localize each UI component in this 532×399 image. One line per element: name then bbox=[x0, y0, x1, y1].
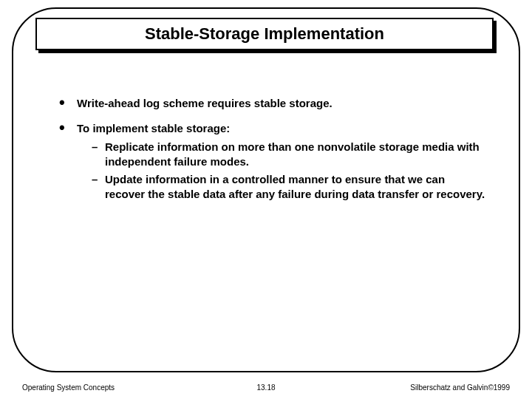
dash-icon: – bbox=[92, 172, 105, 202]
bullet-text: To implement stable storage: bbox=[77, 121, 488, 136]
bullet-dot-icon: • bbox=[59, 96, 77, 111]
dash-icon: – bbox=[92, 140, 105, 170]
bullet-dot-icon: • bbox=[59, 121, 77, 202]
bullet-text: Write-ahead log scheme requires stable s… bbox=[77, 96, 488, 111]
sub-bullet-item: – Replicate information on more than one… bbox=[77, 140, 488, 170]
slide-title: Stable-Storage Implementation bbox=[145, 24, 384, 44]
bullet-group: To implement stable storage: – Replicate… bbox=[77, 121, 488, 202]
sub-bullet-text: Replicate information on more than one n… bbox=[105, 140, 488, 170]
footer: Operating System Concepts 13.18 Silbersc… bbox=[22, 383, 510, 392]
title-box: Stable-Storage Implementation bbox=[35, 18, 494, 50]
sub-bullet-text: Update information in a controlled manne… bbox=[105, 172, 488, 202]
bullet-item: • Write-ahead log scheme requires stable… bbox=[59, 96, 488, 111]
footer-page-number: 13.18 bbox=[256, 383, 275, 392]
bullet-item: • To implement stable storage: – Replica… bbox=[59, 121, 488, 202]
content-area: • Write-ahead log scheme requires stable… bbox=[59, 96, 488, 213]
footer-left: Operating System Concepts bbox=[22, 383, 115, 392]
sub-bullet-item: – Update information in a controlled man… bbox=[77, 172, 488, 202]
footer-right: Silberschatz and Galvin©1999 bbox=[410, 383, 510, 392]
